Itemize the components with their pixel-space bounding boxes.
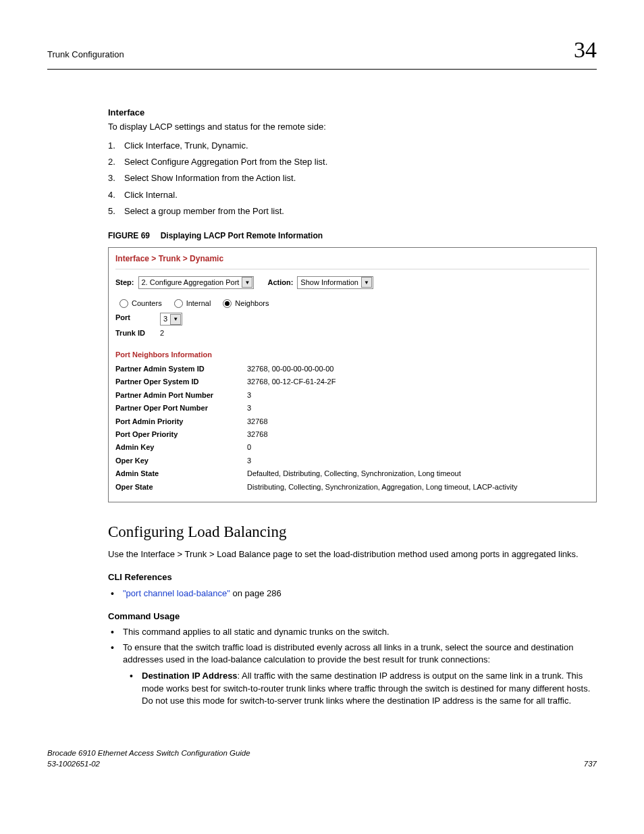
info-val: 0 bbox=[247, 442, 251, 452]
figure-caption: FIGURE 69 Displaying LACP Port Remote In… bbox=[108, 230, 597, 242]
footer-left: Brocade 6910 Ethernet Access Switch Conf… bbox=[47, 748, 250, 769]
info-key: Admin State bbox=[115, 469, 247, 479]
radio-neighbors[interactable]: Neighbors bbox=[223, 298, 269, 309]
step-action-row: Step: 2. Configure Aggregation Port ▼ Ac… bbox=[115, 276, 589, 289]
cli-references-heading: CLI References bbox=[108, 571, 597, 583]
usage-subitem: Destination IP Address: All traffic with… bbox=[127, 670, 597, 707]
port-select[interactable]: 3 ▼ bbox=[160, 313, 182, 325]
port-label: Port bbox=[115, 313, 160, 325]
action-select-value: Show Information bbox=[300, 278, 358, 288]
action-label: Action: bbox=[267, 278, 293, 288]
radio-counters[interactable]: Counters bbox=[119, 298, 162, 309]
step-select-value: 2. Configure Aggregation Port bbox=[142, 278, 240, 288]
section-heading-load-balancing: Configuring Load Balancing bbox=[108, 521, 597, 543]
chevron-down-icon: ▼ bbox=[242, 277, 252, 288]
usage-subitem-label: Destination IP Address bbox=[142, 671, 238, 681]
step-item: 1.Click Interface, Trunk, Dynamic. bbox=[108, 140, 597, 152]
info-val: 3 bbox=[247, 390, 251, 400]
info-row: Partner Oper System ID32768, 00-12-CF-61… bbox=[115, 377, 589, 387]
info-row: Partner Admin Port Number3 bbox=[115, 390, 589, 400]
trunk-value: 2 bbox=[160, 328, 164, 338]
info-key: Partner Oper Port Number bbox=[115, 403, 247, 413]
info-key: Oper State bbox=[115, 482, 247, 492]
usage-sublist: Destination IP Address: All traffic with… bbox=[123, 670, 597, 707]
info-row: Partner Admin System ID32768, 00-00-00-0… bbox=[115, 364, 589, 374]
info-row: Oper Key3 bbox=[115, 456, 589, 466]
info-row: Admin Key0 bbox=[115, 442, 589, 452]
radio-icon bbox=[174, 299, 183, 308]
figure-label: FIGURE 69 bbox=[108, 231, 150, 240]
radio-icon bbox=[119, 299, 128, 308]
step-label: Step: bbox=[115, 278, 134, 288]
step-text: Select a group member from the Port list… bbox=[124, 206, 284, 216]
cli-reference-link[interactable]: "port channel load-balance" bbox=[123, 588, 230, 598]
breadcrumb: Interface > Trunk > Dynamic bbox=[115, 253, 589, 269]
info-key: Port Admin Priority bbox=[115, 417, 247, 427]
port-row: Port 3 ▼ bbox=[115, 313, 589, 325]
action-select[interactable]: Show Information ▼ bbox=[297, 276, 373, 289]
info-val: 3 bbox=[247, 403, 251, 413]
usage-item: To ensure that the switch traffic load i… bbox=[108, 642, 597, 707]
radio-internal[interactable]: Internal bbox=[174, 298, 211, 309]
info-val: 3 bbox=[247, 456, 251, 466]
info-key: Port Oper Priority bbox=[115, 429, 247, 440]
radio-label: Counters bbox=[132, 298, 162, 309]
step-text: Click Internal. bbox=[124, 190, 178, 200]
trunk-label: Trunk ID bbox=[115, 328, 160, 338]
running-title: Trunk Configuration bbox=[47, 49, 124, 61]
interface-heading: Interface bbox=[108, 107, 597, 119]
chevron-down-icon: ▼ bbox=[361, 277, 372, 288]
figure-title: Displaying LACP Port Remote Information bbox=[161, 231, 323, 240]
step-text: Select Configure Aggregation Port from t… bbox=[124, 157, 327, 167]
load-balancing-intro: Use the Interface > Trunk > Load Balance… bbox=[108, 548, 597, 561]
cli-reference-suffix: on page 286 bbox=[230, 588, 281, 598]
step-select[interactable]: 2. Configure Aggregation Port ▼ bbox=[138, 276, 254, 289]
command-usage-list: This command applies to all static and d… bbox=[108, 626, 597, 707]
step-item: 5.Select a group member from the Port li… bbox=[108, 205, 597, 217]
info-row: Partner Oper Port Number3 bbox=[115, 403, 589, 413]
cli-reference-item: "port channel load-balance" on page 286 bbox=[108, 588, 597, 600]
info-key: Partner Admin Port Number bbox=[115, 390, 247, 400]
radio-icon bbox=[223, 299, 232, 308]
info-row: Port Oper Priority32768 bbox=[115, 429, 589, 440]
usage-text: To ensure that the switch traffic load i… bbox=[123, 642, 573, 664]
step-item: 4.Click Internal. bbox=[108, 189, 597, 201]
interface-intro: To display LACP settings and status for … bbox=[108, 121, 597, 133]
info-val: 32768 bbox=[247, 429, 268, 440]
usage-item: This command applies to all static and d… bbox=[108, 626, 597, 638]
info-val: Distributing, Collecting, Synchronizatio… bbox=[247, 482, 518, 492]
info-key: Oper Key bbox=[115, 456, 247, 466]
chapter-number: 34 bbox=[574, 34, 597, 66]
cli-references-list: "port channel load-balance" on page 286 bbox=[108, 588, 597, 600]
page-header: Trunk Configuration 34 bbox=[47, 34, 597, 70]
step-text: Select Show Information from the Action … bbox=[124, 173, 296, 183]
neighbors-section-title: Port Neighbors Information bbox=[115, 350, 589, 360]
page-footer: Brocade 6910 Ethernet Access Switch Conf… bbox=[47, 748, 597, 769]
command-usage-heading: Command Usage bbox=[108, 610, 597, 623]
step-item: 2.Select Configure Aggregation Port from… bbox=[108, 156, 597, 168]
usage-text: This command applies to all static and d… bbox=[123, 627, 390, 637]
radio-row: Counters Internal Neighbors bbox=[115, 298, 589, 309]
footer-doc-title: Brocade 6910 Ethernet Access Switch Conf… bbox=[47, 748, 250, 758]
info-val: 32768, 00-12-CF-61-24-2F bbox=[247, 377, 336, 387]
footer-doc-id: 53-1002651-02 bbox=[47, 758, 250, 769]
interface-steps: 1.Click Interface, Trunk, Dynamic. 2.Sel… bbox=[108, 140, 597, 217]
info-val: 32768, 00-00-00-00-00-00 bbox=[247, 364, 333, 374]
info-key: Partner Oper System ID bbox=[115, 377, 247, 387]
step-text: Click Interface, Trunk, Dynamic. bbox=[124, 140, 248, 151]
info-row: Port Admin Priority32768 bbox=[115, 417, 589, 427]
radio-label: Neighbors bbox=[235, 298, 269, 309]
trunk-row: Trunk ID 2 bbox=[115, 328, 589, 338]
radio-label: Internal bbox=[186, 298, 211, 309]
info-val: Defaulted, Distributing, Collecting, Syn… bbox=[247, 469, 461, 479]
page-content: Interface To display LACP settings and s… bbox=[108, 107, 597, 707]
footer-page-number: 737 bbox=[584, 758, 597, 769]
info-row: Admin StateDefaulted, Distributing, Coll… bbox=[115, 469, 589, 479]
info-row: Oper StateDistributing, Collecting, Sync… bbox=[115, 482, 589, 492]
chevron-down-icon: ▼ bbox=[170, 314, 181, 325]
info-val: 32768 bbox=[247, 417, 268, 427]
step-item: 3.Select Show Information from the Actio… bbox=[108, 172, 597, 184]
info-key: Partner Admin System ID bbox=[115, 364, 247, 374]
info-key: Admin Key bbox=[115, 442, 247, 452]
embedded-screenshot: Interface > Trunk > Dynamic Step: 2. Con… bbox=[108, 247, 597, 502]
